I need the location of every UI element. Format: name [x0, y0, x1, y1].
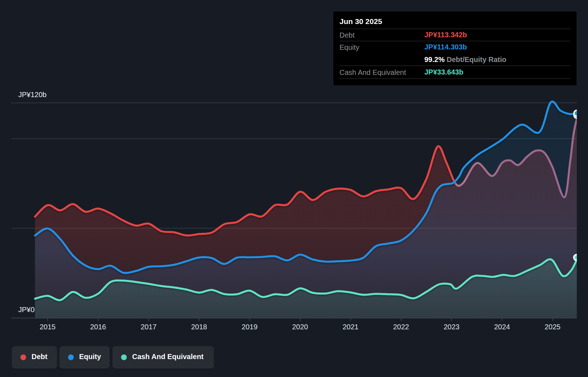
svg-text:2023: 2023 — [444, 323, 460, 331]
svg-text:2015: 2015 — [40, 323, 56, 331]
svg-text:2021: 2021 — [343, 323, 359, 331]
svg-text:2022: 2022 — [393, 323, 409, 331]
svg-text:2020: 2020 — [292, 323, 308, 331]
svg-text:JP¥0: JP¥0 — [18, 306, 35, 314]
svg-text:2019: 2019 — [242, 323, 258, 331]
svg-text:2018: 2018 — [191, 323, 207, 331]
svg-text:2024: 2024 — [494, 323, 510, 331]
svg-text:JP¥120b: JP¥120b — [18, 91, 47, 99]
svg-text:2016: 2016 — [90, 323, 106, 331]
svg-text:2025: 2025 — [545, 323, 561, 331]
svg-text:2017: 2017 — [141, 323, 157, 331]
